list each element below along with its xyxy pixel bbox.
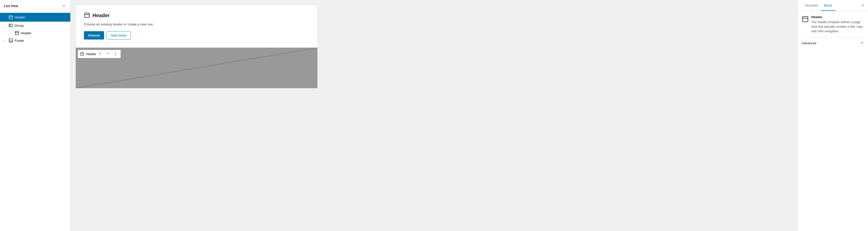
header-card-actions: Choose Start blank: [84, 31, 309, 39]
advanced-toggle-button[interactable]: Advanced: [802, 41, 864, 45]
block-info-icon: [802, 15, 809, 23]
toolbar-more-button[interactable]: ⋮: [113, 51, 119, 57]
list-item-header-active[interactable]: Header ⋮: [0, 13, 70, 22]
right-panel-header: Template Block ×: [798, 0, 868, 11]
header2-icon: [14, 31, 19, 35]
right-panel: Template Block × Header The Header templ…: [798, 0, 868, 231]
arrow-up-down-icon: [106, 52, 110, 56]
list-item-header-active-label: Header: [14, 15, 61, 19]
list-item-footer-label: Footer: [14, 39, 68, 42]
header-card-description: Choose an existing header or create a ne…: [84, 23, 309, 26]
list-view-panel: List View × Header ⋮ › G: [0, 0, 70, 231]
block-toolbar: Header ⠿ ⋮: [78, 50, 121, 58]
svg-rect-6: [9, 39, 12, 42]
list-view-items: Header ⋮ › Group Header: [0, 12, 70, 231]
list-view-title: List View: [4, 4, 18, 8]
list-item-group-label: Group: [14, 24, 68, 28]
toolbar-label: Header: [86, 52, 96, 56]
tab-template[interactable]: Template: [802, 0, 821, 11]
right-panel-body: Header The Header template defines a pag…: [798, 11, 868, 231]
header-card-title: Header: [84, 12, 309, 18]
svg-rect-12: [803, 16, 808, 22]
svg-rect-4: [15, 31, 19, 35]
tab-block[interactable]: Block: [821, 0, 835, 11]
main-content: Header Choose an existing header or crea…: [70, 0, 798, 231]
list-view-close-button[interactable]: ×: [62, 3, 66, 8]
toolbar-arrow-button[interactable]: [105, 51, 111, 56]
toolbar-drag-button[interactable]: ⠿: [98, 51, 103, 56]
list-item-group[interactable]: › Group: [0, 22, 70, 29]
footer-icon: [8, 38, 13, 43]
header-card-title-text: Header: [93, 12, 110, 18]
advanced-section: Advanced: [802, 38, 864, 45]
header-card: Header Choose an existing header or crea…: [75, 5, 317, 48]
list-view-header: List View ×: [0, 0, 70, 12]
right-panel-tabs: Template Block: [802, 0, 835, 11]
group-icon: [8, 23, 13, 28]
list-item-header-more[interactable]: ⋮: [62, 14, 68, 20]
drag-dots-icon: ⠿: [99, 52, 102, 56]
expand-arrow-footer: ›: [3, 39, 7, 42]
list-item-header2[interactable]: Header: [0, 29, 70, 37]
more-icon: ⋮: [114, 51, 118, 56]
header-card-icon: [84, 12, 90, 18]
choose-button[interactable]: Choose: [84, 31, 104, 39]
header-icon: [8, 15, 13, 20]
svg-rect-2: [9, 24, 12, 27]
block-info-name: Header: [811, 15, 864, 19]
toolbar-header-icon: [80, 52, 84, 56]
list-item-header2-label: Header: [21, 31, 68, 35]
block-info-description: The Header template defines a page area …: [811, 20, 864, 34]
block-info: Header The Header template defines a pag…: [802, 15, 864, 34]
svg-rect-10: [81, 52, 84, 55]
start-blank-button[interactable]: Start blank: [106, 31, 131, 39]
advanced-label: Advanced: [802, 41, 816, 45]
right-panel-close-button[interactable]: ×: [861, 3, 864, 8]
list-item-footer[interactable]: › Footer: [0, 37, 70, 44]
svg-rect-0: [9, 15, 12, 19]
block-info-text: Header The Header template defines a pag…: [811, 15, 864, 34]
expand-arrow-group: ›: [3, 24, 7, 27]
svg-rect-8: [85, 13, 89, 17]
chevron-down-icon: [860, 41, 864, 45]
block-editor-area: Header ⠿ ⋮: [75, 47, 317, 88]
